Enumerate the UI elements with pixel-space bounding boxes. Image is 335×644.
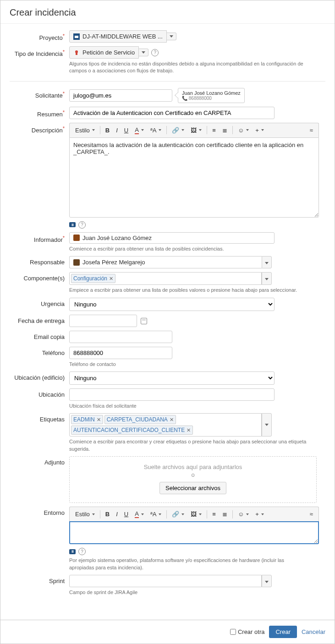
building-select[interactable]: Ninguno <box>69 371 275 385</box>
environment-toolbar: Estilo B I U A ªA 🔗 🖼 ≡ ≣ ☺ + ≈ <box>69 507 319 521</box>
toolbar-superscript-button[interactable]: ªA <box>148 126 164 135</box>
project-value: DJ-AT-MIDDLEWARE WEB ... <box>82 33 163 40</box>
issuetype-help-icon[interactable]: ? <box>151 49 159 56</box>
toolbar-underline-button[interactable]: U <box>121 126 131 135</box>
dialog-body[interactable]: Proyecto* DJ-AT-MIDDLEWARE WEB ... T <box>0 23 335 620</box>
chevron-down-icon <box>265 424 269 426</box>
toolbar-underline-button[interactable]: U <box>121 509 131 519</box>
toolbar-link-button[interactable]: 🔗 <box>169 509 187 519</box>
tag-item[interactable]: AUTENTICACION_CERTIFICADO_CLIENTE ✕ <box>71 426 193 435</box>
avatar-icon <box>73 235 80 241</box>
issuetype-select[interactable]: Petición de Servicio <box>69 46 139 59</box>
numberlist-icon: ≣ <box>222 127 227 134</box>
attachment-dropzone[interactable]: Suelte archivos aquí para adjuntarlos o … <box>69 456 317 503</box>
toolbar-bold-button[interactable]: B <box>103 126 112 135</box>
create-another-checkbox[interactable] <box>230 629 236 635</box>
project-icon <box>73 33 80 40</box>
description-textarea[interactable]: Necesitamos la activación de la autentic… <box>69 137 319 218</box>
duedate-input[interactable] <box>69 315 137 327</box>
toolbar-textcolor-button[interactable]: A <box>132 509 147 519</box>
toolbar-numberlist-button[interactable]: ≣ <box>220 126 230 135</box>
create-issue-dialog: Crear incidencia Proyecto* DJ-AT-MIDDLEW… <box>0 0 335 644</box>
assignee-select[interactable]: Josefa Pérez Melgarejo <box>69 256 262 268</box>
editor-mode-visual-icon[interactable] <box>69 549 76 554</box>
create-another-label[interactable]: Crear otra <box>230 628 265 635</box>
dropzone-or: o <box>79 471 307 478</box>
toolbar-italic-button[interactable]: I <box>113 126 121 135</box>
dialog-footer: Crear otra Crear Cancelar <box>0 620 335 644</box>
attachment-label: Adjunto <box>10 456 69 466</box>
sprint-select[interactable] <box>69 575 262 587</box>
section-divider <box>10 81 325 82</box>
remove-tag-icon[interactable]: ✕ <box>109 276 113 282</box>
toolbar-style-button[interactable]: Estilo <box>72 126 98 135</box>
components-dropdown-button[interactable] <box>262 272 272 285</box>
plus-icon: + <box>255 127 259 134</box>
environment-textarea[interactable] <box>69 521 319 544</box>
toolbar-expand-button[interactable]: ≈ <box>307 509 316 519</box>
issuetype-value: Petición de Servicio <box>82 49 135 56</box>
editor-mode-visual-icon[interactable] <box>69 222 76 227</box>
toolbar-italic-button[interactable]: I <box>113 509 121 519</box>
calendar-icon[interactable] <box>141 318 147 324</box>
chevron-down-icon <box>142 51 145 54</box>
remove-tag-icon[interactable]: ✕ <box>170 417 174 423</box>
toolbar-emoji-button[interactable]: ☺ <box>235 126 252 135</box>
project-label: Proyecto* <box>10 30 69 41</box>
tag-item[interactable]: CARPETA_CIUDADANA ✕ <box>104 415 176 424</box>
location-input[interactable] <box>69 388 275 401</box>
toolbar-more-button[interactable]: + <box>253 126 267 135</box>
toolbar-image-button[interactable]: 🖼 <box>188 509 204 519</box>
emailcopy-label: Email copia <box>10 331 69 340</box>
remove-tag-icon[interactable]: ✕ <box>97 417 101 423</box>
environment-hint: Por ejemplo sistema operativo, plataform… <box>69 557 310 571</box>
toolbar-link-button[interactable]: 🔗 <box>169 126 187 135</box>
tag-item[interactable]: EADMIN ✕ <box>71 415 103 424</box>
description-help-icon[interactable]: ? <box>78 221 86 229</box>
toolbar-style-button[interactable]: Estilo <box>72 509 98 519</box>
reporter-select[interactable]: Juan José Lozano Gómez <box>69 232 275 244</box>
assignee-dropdown-button[interactable] <box>262 256 272 268</box>
link-icon: 🔗 <box>172 511 179 518</box>
bulletlist-icon: ≡ <box>212 127 216 134</box>
summary-input[interactable] <box>69 107 275 119</box>
urgency-select[interactable]: Ninguno <box>69 298 275 311</box>
emailcopy-input[interactable] <box>69 331 172 343</box>
tags-select[interactable]: EADMIN ✕ CARPETA_CIUDADANA ✕ AUTENTICACI… <box>69 413 262 437</box>
reporter-value: Juan José Lozano Gómez <box>82 235 152 241</box>
toolbar-emoji-button[interactable]: ☺ <box>235 509 252 519</box>
toolbar-textcolor-button[interactable]: A <box>132 125 147 136</box>
cancel-button[interactable]: Cancelar <box>302 628 325 635</box>
toolbar-numberlist-button[interactable]: ≣ <box>220 509 230 519</box>
phone-input[interactable] <box>69 347 172 359</box>
toolbar-bulletlist-button[interactable]: ≡ <box>209 126 219 135</box>
link-icon: 🔗 <box>172 127 179 134</box>
location-label: Ubicación <box>10 388 69 398</box>
requester-input[interactable] <box>69 89 172 102</box>
issuetype-dropdown-button[interactable] <box>139 49 148 56</box>
chevron-down-icon <box>265 581 269 583</box>
sprint-dropdown-button[interactable] <box>262 575 272 587</box>
component-tag[interactable]: Configuración ✕ <box>71 274 115 283</box>
toolbar-image-button[interactable]: 🖼 <box>188 126 204 135</box>
remove-tag-icon[interactable]: ✕ <box>187 427 191 433</box>
urgency-label: Urgencia <box>10 298 69 307</box>
project-select[interactable]: DJ-AT-MIDDLEWARE WEB ... <box>69 30 167 43</box>
toolbar-bold-button[interactable]: B <box>103 509 112 519</box>
toolbar-bulletlist-button[interactable]: ≡ <box>209 509 219 519</box>
environment-help-icon[interactable]: ? <box>78 548 86 555</box>
toolbar-expand-button[interactable]: ≈ <box>307 126 316 135</box>
select-files-button[interactable]: Seleccionar archivos <box>159 482 226 494</box>
expand-icon: ≈ <box>310 127 313 134</box>
issuetype-label: Tipo de Incidencia* <box>10 46 69 57</box>
building-label: Ubicación (edificio) <box>10 371 69 381</box>
tags-dropdown-button[interactable] <box>262 413 272 437</box>
description-toolbar: Estilo B I U A ªA 🔗 🖼 ≡ ≣ ☺ + ≈ <box>69 123 319 137</box>
emoji-icon: ☺ <box>238 127 244 134</box>
project-dropdown-button[interactable] <box>167 33 176 40</box>
create-button[interactable]: Crear <box>269 626 297 638</box>
toolbar-more-button[interactable]: + <box>253 509 267 519</box>
requester-label: Solicitante* <box>10 88 69 99</box>
components-select[interactable]: Configuración ✕ <box>69 272 262 285</box>
toolbar-superscript-button[interactable]: ªA <box>148 509 164 519</box>
